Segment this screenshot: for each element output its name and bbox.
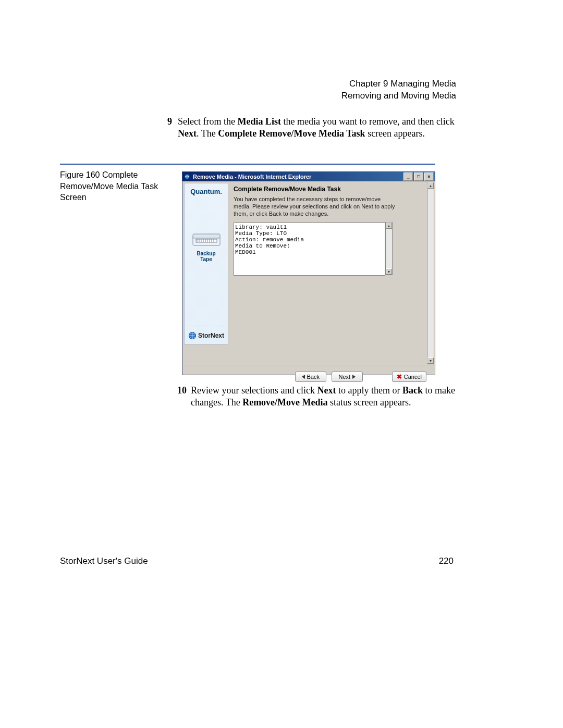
tape-illustration: Backup Tape [191, 232, 222, 262]
arrow-right-icon [352, 375, 356, 379]
window-titlebar[interactable]: Remove Media - Microsoft Internet Explor… [182, 172, 435, 181]
page-scrollbar[interactable]: ▲ ▼ [427, 182, 434, 364]
figure-caption: Figure 160 Complete Remove/Move Media Ta… [60, 169, 169, 203]
product-name: StorNext [198, 332, 224, 339]
task-heading: Complete Remove/Move Media Task [234, 186, 421, 193]
summary-scrollbar[interactable]: ▲ ▼ [385, 222, 393, 275]
scroll-down-icon[interactable]: ▼ [427, 357, 434, 364]
summary-textarea[interactable]: Library: vault1 Media Type: LTO Action: … [234, 223, 385, 276]
maximize-button[interactable]: □ [414, 172, 423, 181]
ie-icon [183, 173, 191, 180]
arrow-left-icon [302, 375, 305, 379]
figure-rule [60, 164, 435, 165]
wizard-sidebar: Quantum. Backup Tape StorNext [184, 183, 228, 344]
window-body: ▲ ▼ Quantum. Backup Tape [182, 181, 435, 365]
cancel-button[interactable]: ✖ Cancel [392, 372, 426, 382]
product-badge: StorNext [187, 326, 226, 340]
section-label: Removing and Moving Media [341, 90, 456, 102]
ie-window: Remove Media - Microsoft Internet Explor… [182, 171, 435, 375]
step-9-number: 9 [167, 116, 172, 128]
step-10-text: 10 Review your selections and click Next… [191, 385, 483, 409]
window-title: Remove Media - Microsoft Internet Explor… [193, 174, 311, 180]
footer-title: StorNext User's Guide [60, 556, 148, 566]
next-button[interactable]: Next [332, 372, 363, 382]
minimize-button[interactable]: _ [403, 172, 413, 181]
scroll-up-icon[interactable]: ▲ [427, 182, 434, 189]
page-header: Chapter 9 Managing Media Removing and Mo… [341, 78, 456, 102]
scroll-down-icon[interactable]: ▼ [386, 268, 392, 275]
task-description: You have completed the necessary steps t… [234, 196, 395, 217]
x-icon: ✖ [397, 373, 402, 380]
page: Chapter 9 Managing Media Removing and Mo… [0, 0, 563, 728]
step-9-text: 9 Select from the Media List the media y… [178, 116, 470, 140]
tape-label: Backup Tape [191, 251, 222, 262]
page-number: 220 [439, 556, 454, 566]
chapter-label: Chapter 9 Managing Media [341, 78, 456, 90]
scroll-up-icon[interactable]: ▲ [386, 223, 392, 229]
back-button[interactable]: Back [295, 372, 326, 382]
wizard-button-row: Back Next ✖ Cancel [182, 365, 435, 384]
close-button[interactable]: × [424, 172, 434, 181]
wizard-main: Complete Remove/Move Media Task You have… [228, 181, 426, 365]
brand-logo: Quantum. [190, 188, 222, 195]
step-10-number: 10 [177, 385, 187, 397]
svg-rect-2 [193, 234, 220, 238]
globe-icon [188, 331, 197, 340]
